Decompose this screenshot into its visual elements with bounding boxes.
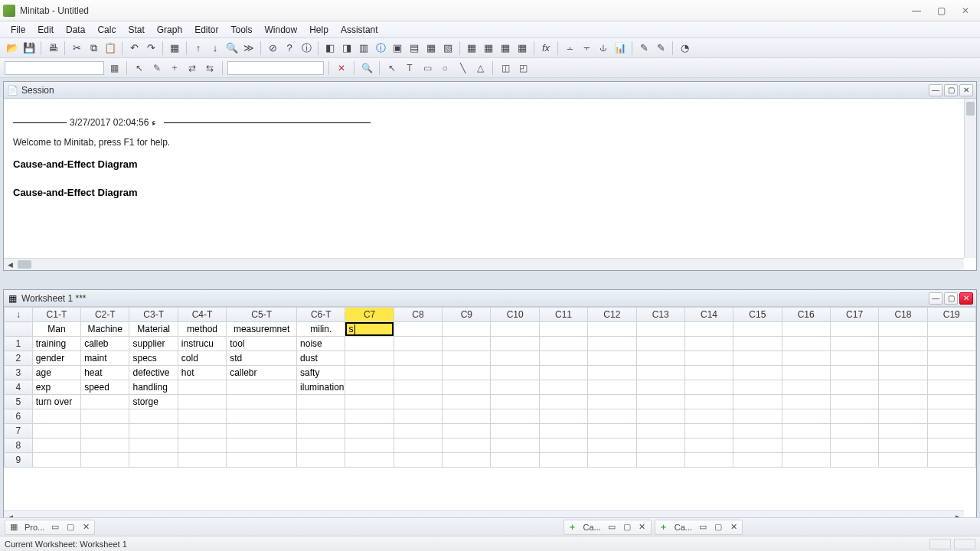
close-button[interactable]: ✕ [954, 3, 977, 18]
data-cell[interactable] [879, 409, 927, 424]
data-cell[interactable] [782, 439, 830, 453]
column-header[interactable]: C9 [443, 308, 491, 322]
help-icon[interactable]: ? [282, 41, 297, 56]
data-cell[interactable] [227, 439, 297, 453]
ca-group-2[interactable]: ＋ Ca... ▭ ▢ ✕ [655, 520, 743, 535]
sort-desc-icon[interactable]: ↓ [207, 41, 223, 56]
data-cell[interactable] [227, 453, 297, 468]
column-name-cell[interactable] [588, 322, 636, 337]
data-cell[interactable] [830, 366, 878, 380]
menu-graph[interactable]: Graph [151, 23, 188, 37]
data-cell[interactable] [879, 453, 927, 468]
data-cell[interactable] [588, 395, 636, 409]
data-cell[interactable] [830, 337, 878, 351]
column-header[interactable]: C3-T [129, 308, 178, 322]
data-cell[interactable] [636, 409, 684, 424]
chart2-icon[interactable]: ⫟ [579, 41, 594, 56]
wand-icon[interactable]: ✎ [653, 41, 668, 56]
data-cell[interactable] [539, 424, 587, 439]
data-cell[interactable]: training [32, 337, 80, 351]
worksheet-close-button[interactable]: ✕ [959, 292, 973, 305]
data-cell[interactable] [394, 424, 442, 439]
open-icon[interactable]: 📂 [5, 41, 20, 56]
project-group[interactable]: ▦ Pro... ▭ ▢ ✕ [5, 520, 95, 535]
data-cell[interactable] [491, 424, 539, 439]
data-cell[interactable] [491, 409, 539, 424]
info-icon[interactable]: ⓘ [299, 41, 314, 56]
data-cell[interactable] [227, 380, 297, 395]
session-body[interactable]: 3/27/2017 02:04:56 ء Welcome to Minitab,… [4, 99, 976, 270]
column-header[interactable]: C5-T [227, 308, 297, 322]
row-header[interactable]: 2 [5, 351, 33, 366]
row-header[interactable]: 7 [5, 424, 33, 439]
data-cell[interactable] [345, 409, 394, 424]
project-cascade-icon[interactable]: ▭ [48, 521, 62, 533]
data-cell[interactable] [443, 439, 491, 453]
data-cell[interactable] [443, 424, 491, 439]
data-cell[interactable] [830, 395, 878, 409]
data-cell[interactable] [394, 366, 442, 380]
data-cell[interactable] [684, 337, 733, 351]
data-cell[interactable] [491, 380, 539, 395]
plus-icon[interactable]: ＋ [566, 521, 580, 533]
data-cell[interactable] [178, 439, 226, 453]
data-cell[interactable] [394, 380, 442, 395]
data-cell[interactable] [684, 439, 733, 453]
shape2-icon[interactable]: ◰ [515, 60, 531, 76]
data-cell[interactable] [32, 409, 80, 424]
zoom-icon[interactable]: 🔍 [359, 60, 374, 76]
column-header[interactable]: C4-T [178, 308, 226, 322]
table3-icon[interactable]: ▦ [498, 41, 513, 56]
data-cell[interactable] [81, 409, 129, 424]
data-cell[interactable] [394, 351, 442, 366]
data-cell[interactable]: storge [129, 395, 178, 409]
menu-data[interactable]: Data [60, 23, 91, 37]
data-cell[interactable] [733, 380, 782, 395]
data-cell[interactable]: ilumination [297, 380, 345, 395]
column-selector-combo[interactable] [5, 61, 104, 75]
data-cell[interactable] [297, 409, 345, 424]
data-cell[interactable] [81, 395, 129, 409]
data-cell[interactable] [588, 439, 636, 453]
column-header[interactable]: C2-T [81, 308, 129, 322]
data-cell[interactable] [588, 453, 636, 468]
tool6-icon[interactable]: ▤ [407, 41, 422, 56]
data-cell[interactable] [830, 380, 878, 395]
data-cell[interactable] [782, 453, 830, 468]
data-cell[interactable] [345, 395, 394, 409]
x-icon[interactable]: ✕ [334, 60, 349, 76]
data-cell[interactable] [927, 439, 975, 453]
data-cell[interactable] [491, 439, 539, 453]
print-icon[interactable]: 🖶 [45, 41, 60, 56]
data-cell[interactable] [443, 395, 491, 409]
data-cell[interactable] [297, 395, 345, 409]
data-cell[interactable] [879, 380, 927, 395]
cross-icon[interactable]: ＋ [167, 60, 182, 76]
data-cell[interactable] [879, 351, 927, 366]
data-cell[interactable]: heat [81, 366, 129, 380]
data-cell[interactable] [345, 424, 394, 439]
data-cell[interactable] [539, 409, 587, 424]
paste-icon[interactable]: 📋 [103, 41, 118, 56]
data-cell[interactable] [830, 409, 878, 424]
data-cell[interactable] [830, 439, 878, 453]
ca2-tile-icon[interactable]: ▢ [711, 521, 725, 533]
data-cell[interactable] [588, 409, 636, 424]
project-tile-icon[interactable]: ▢ [64, 521, 77, 533]
row-header[interactable]: 9 [5, 453, 33, 468]
tool2-icon[interactable]: ◨ [339, 41, 354, 56]
data-cell[interactable]: dust [297, 351, 345, 366]
chart4-icon[interactable]: 📊 [612, 41, 628, 56]
menu-stat[interactable]: Stat [122, 23, 150, 37]
data-cell[interactable] [733, 337, 782, 351]
data-cell[interactable] [394, 453, 442, 468]
data-cell[interactable] [129, 453, 178, 468]
copy-icon[interactable]: ⧉ [86, 41, 101, 56]
data-cell[interactable]: defective [129, 366, 178, 380]
worksheet-minimize-button[interactable]: — [929, 292, 942, 305]
tool4-icon[interactable]: ⓘ [373, 41, 388, 56]
data-cell[interactable] [491, 395, 539, 409]
data-cell[interactable]: supplier [129, 337, 178, 351]
menu-editor[interactable]: Editor [188, 23, 224, 37]
data-cell[interactable] [178, 395, 226, 409]
